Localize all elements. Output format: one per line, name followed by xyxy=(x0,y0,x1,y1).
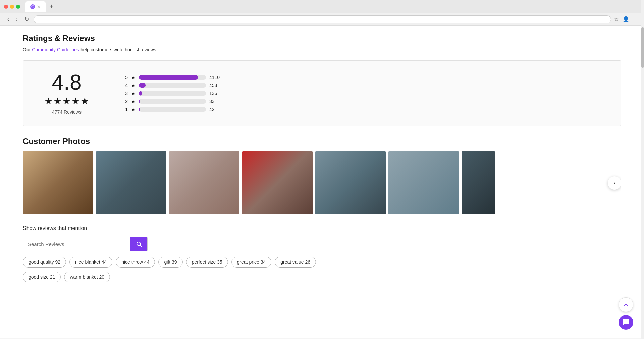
profile-icon[interactable]: 👤 xyxy=(623,16,629,22)
fullscreen-traffic-light[interactable] xyxy=(16,5,20,9)
bar-fill xyxy=(139,107,140,112)
photo-5[interactable] xyxy=(315,151,386,214)
bar-label: 2 xyxy=(124,99,128,104)
bar-star-icon: ★ xyxy=(131,83,136,88)
review-count: 4774 Reviews xyxy=(52,109,82,115)
bar-star-icon: ★ xyxy=(131,91,136,96)
rating-bar-row[interactable]: 2 ★ 33 xyxy=(124,99,607,104)
rating-stars: ★★★★★ xyxy=(44,96,90,107)
tag-pill[interactable]: nice throw 44 xyxy=(116,257,155,268)
photos-row: › xyxy=(23,151,621,214)
customer-photos-title: Customer Photos xyxy=(23,137,621,146)
chat-icon xyxy=(622,319,630,326)
tag-pill[interactable]: nice blanket 44 xyxy=(69,257,112,268)
tags-row-2: good size 21warm blanket 20 xyxy=(23,272,621,282)
rating-summary: 4.8 ★★★★★ 4774 Reviews xyxy=(37,71,97,115)
svg-line-1 xyxy=(140,245,141,246)
bookmark-icon[interactable]: ☆ xyxy=(614,16,619,22)
tags-row-1: good quality 92nice blanket 44nice throw… xyxy=(23,257,621,268)
bar-track xyxy=(139,83,206,88)
bar-fill xyxy=(139,83,146,88)
search-input-wrap xyxy=(23,237,148,251)
bar-track xyxy=(139,91,206,96)
rating-bar-row[interactable]: 3 ★ 136 xyxy=(124,91,607,96)
bar-star-icon: ★ xyxy=(131,99,136,104)
tab-bar: ◯ ✕ + xyxy=(25,1,56,12)
photos-next-button[interactable]: › xyxy=(608,176,621,190)
traffic-lights xyxy=(4,5,20,9)
tag-pill[interactable]: good size 21 xyxy=(23,272,61,282)
minimize-traffic-light[interactable] xyxy=(10,5,14,9)
tag-pill[interactable]: warm blanket 20 xyxy=(64,272,110,282)
page-title: Ratings & Reviews xyxy=(23,34,621,43)
photo-1[interactable] xyxy=(23,151,93,214)
bar-label: 5 xyxy=(124,75,128,80)
chat-button[interactable] xyxy=(619,315,633,330)
community-text: Our Community Guidelines help customers … xyxy=(23,47,621,52)
menu-icon[interactable]: ⋮ xyxy=(633,16,639,22)
bar-count: 136 xyxy=(209,91,220,96)
tag-pill[interactable]: perfect size 35 xyxy=(186,257,228,268)
ratings-box: 4.8 ★★★★★ 4774 Reviews 5 ★ 4110 4 ★ 453 … xyxy=(23,60,621,126)
photo-7[interactable] xyxy=(462,151,495,214)
bar-count: 42 xyxy=(209,107,220,112)
tag-pill[interactable]: good quality 92 xyxy=(23,257,66,268)
reload-button[interactable]: ↻ xyxy=(22,15,31,23)
bar-count: 33 xyxy=(209,99,220,104)
nav-bar: ‹ › ↻ ☆ 👤 ⋮ xyxy=(0,13,644,26)
rating-bar-row[interactable]: 5 ★ 4110 xyxy=(124,75,607,80)
scroll-up-button[interactable] xyxy=(619,297,633,312)
bar-label: 4 xyxy=(124,83,128,88)
bar-track xyxy=(139,107,206,112)
bar-track xyxy=(139,99,206,104)
bar-label: 1 xyxy=(124,107,128,112)
back-button[interactable]: ‹ xyxy=(5,16,11,23)
scrollbar xyxy=(641,0,644,338)
photo-6[interactable] xyxy=(388,151,459,214)
photo-3[interactable] xyxy=(169,151,239,214)
page-content: Ratings & Reviews Our Community Guidelin… xyxy=(0,26,644,338)
url-bar[interactable] xyxy=(34,15,611,23)
rating-bar-row[interactable]: 1 ★ 42 xyxy=(124,107,607,112)
browser-icons: ☆ 👤 ⋮ xyxy=(614,16,639,22)
search-row xyxy=(23,237,621,251)
scrollbar-thumb[interactable] xyxy=(641,27,644,68)
bar-star-icon: ★ xyxy=(131,75,136,80)
tag-pill[interactable]: great value 26 xyxy=(275,257,316,268)
new-tab-button[interactable]: + xyxy=(47,2,56,11)
bar-count: 453 xyxy=(209,83,220,88)
forward-button[interactable]: › xyxy=(14,16,19,23)
bar-label: 3 xyxy=(124,91,128,96)
show-reviews-label: Show reviews that mention xyxy=(23,225,621,231)
chevron-up-icon xyxy=(623,301,629,308)
community-suffix: help customers write honest reviews. xyxy=(79,47,157,52)
bar-count: 4110 xyxy=(209,75,220,80)
bar-fill xyxy=(139,91,142,96)
close-traffic-light[interactable] xyxy=(4,5,8,9)
search-button[interactable] xyxy=(130,237,147,251)
search-input[interactable] xyxy=(23,237,130,251)
photo-2[interactable] xyxy=(96,151,166,214)
community-prefix: Our xyxy=(23,47,32,52)
tab-close-icon[interactable]: ✕ xyxy=(37,4,41,9)
bar-fill xyxy=(139,75,198,80)
bar-fill xyxy=(139,99,140,104)
tag-pill[interactable]: gift 39 xyxy=(158,257,182,268)
rating-bars: 5 ★ 4110 4 ★ 453 3 ★ 136 2 ★ xyxy=(124,75,607,112)
browser-chrome: ◯ ✕ + xyxy=(0,0,644,13)
rating-bar-row[interactable]: 4 ★ 453 xyxy=(124,83,607,88)
tab-favicon: ◯ xyxy=(30,4,35,9)
rating-score: 4.8 xyxy=(52,71,82,93)
community-guidelines-link[interactable]: Community Guidelines xyxy=(32,47,79,52)
tag-pill[interactable]: great price 34 xyxy=(231,257,272,268)
photo-4[interactable] xyxy=(242,151,313,214)
bar-track xyxy=(139,75,206,80)
active-tab[interactable]: ◯ ✕ xyxy=(25,1,46,12)
bar-star-icon: ★ xyxy=(131,107,136,112)
search-icon xyxy=(136,241,142,247)
